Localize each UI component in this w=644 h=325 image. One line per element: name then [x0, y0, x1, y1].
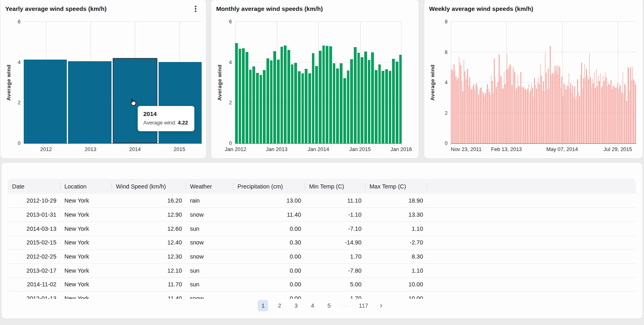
bar[interactable] — [536, 89, 537, 143]
table-row[interactable]: 2012-01-13New York11.40snow0.001.7010.00 — [8, 292, 636, 299]
bar[interactable] — [559, 66, 559, 143]
bar[interactable] — [371, 52, 374, 143]
bar[interactable] — [457, 80, 457, 143]
bar[interactable] — [599, 81, 599, 143]
bar[interactable] — [242, 48, 245, 143]
bar[interactable] — [621, 93, 622, 143]
bar[interactable] — [399, 55, 402, 143]
bar[interactable] — [506, 70, 506, 143]
bar[interactable] — [522, 86, 522, 143]
bar[interactable] — [598, 76, 599, 143]
bar[interactable] — [568, 86, 568, 143]
bar[interactable] — [587, 76, 588, 143]
bar[interactable] — [634, 81, 635, 143]
bar[interactable] — [357, 53, 360, 143]
bar[interactable] — [619, 86, 620, 143]
bar[interactable] — [572, 86, 573, 143]
bar[interactable] — [396, 62, 398, 143]
bar[interactable] — [518, 75, 518, 143]
bar[interactable] — [498, 82, 498, 143]
bar[interactable] — [385, 69, 388, 143]
bar[interactable] — [627, 66, 628, 143]
bar[interactable] — [298, 71, 301, 143]
bar[interactable] — [597, 86, 597, 143]
bar[interactable] — [552, 73, 552, 143]
table-row[interactable]: 2015-02-15New York12.40snow0.30-14.90-2.… — [8, 236, 636, 250]
bar[interactable] — [616, 87, 616, 143]
bar[interactable] — [554, 74, 554, 143]
bar[interactable] — [589, 54, 590, 143]
bar[interactable] — [483, 93, 483, 143]
bar[interactable] — [615, 88, 615, 143]
bar[interactable] — [565, 85, 565, 143]
bar[interactable] — [583, 78, 584, 143]
bar[interactable] — [476, 83, 477, 143]
bar[interactable] — [610, 85, 610, 143]
bar[interactable] — [252, 66, 255, 143]
bar[interactable] — [582, 89, 583, 143]
bar[interactable] — [485, 93, 485, 143]
bar[interactable] — [270, 60, 273, 143]
bar[interactable] — [480, 88, 481, 143]
bar[interactable] — [564, 83, 564, 143]
bar[interactable] — [322, 46, 325, 143]
bar[interactable] — [462, 91, 463, 143]
bar[interactable] — [502, 88, 502, 143]
bar[interactable] — [336, 68, 339, 143]
bar[interactable] — [514, 69, 514, 143]
kebab-menu-icon[interactable] — [192, 5, 199, 13]
bar[interactable] — [527, 89, 528, 143]
page-button[interactable]: 117 — [357, 300, 369, 311]
bar[interactable] — [503, 89, 503, 143]
bar[interactable] — [490, 95, 491, 143]
bar[interactable] — [520, 72, 521, 143]
bar[interactable] — [452, 70, 452, 143]
bar[interactable] — [557, 66, 557, 143]
bar[interactable] — [577, 79, 578, 143]
bar[interactable] — [596, 69, 597, 143]
bar[interactable] — [617, 88, 617, 143]
bar[interactable] — [499, 54, 499, 143]
bar[interactable] — [530, 90, 530, 143]
bar[interactable] — [566, 89, 566, 143]
bar[interactable] — [378, 64, 381, 143]
bar[interactable] — [535, 85, 536, 143]
next-page-button[interactable]: › — [376, 300, 386, 311]
bar[interactable] — [563, 96, 563, 143]
bar[interactable] — [576, 95, 577, 143]
bar[interactable] — [509, 67, 509, 143]
bar[interactable] — [525, 89, 526, 143]
bar[interactable] — [581, 63, 582, 143]
bar[interactable] — [507, 54, 507, 143]
bar[interactable] — [553, 72, 553, 143]
bar[interactable] — [459, 57, 459, 143]
bar[interactable] — [606, 77, 606, 143]
bar[interactable] — [551, 75, 551, 143]
bar[interactable] — [633, 79, 634, 143]
bar[interactable] — [500, 75, 500, 143]
bar[interactable] — [579, 96, 580, 143]
bar[interactable] — [464, 71, 465, 143]
bar[interactable] — [305, 69, 308, 143]
bar[interactable] — [281, 47, 283, 143]
bar[interactable] — [543, 81, 543, 143]
bar[interactable] — [487, 84, 487, 143]
bar[interactable] — [475, 89, 475, 143]
bar[interactable] — [560, 67, 560, 143]
bar[interactable] — [584, 64, 585, 143]
bar[interactable] — [469, 77, 470, 143]
bar[interactable] — [601, 88, 601, 143]
bar[interactable] — [477, 87, 478, 143]
bar[interactable] — [481, 87, 482, 143]
bar[interactable] — [549, 89, 549, 143]
page-button[interactable]: 2 — [274, 300, 285, 311]
bar[interactable] — [315, 66, 318, 143]
bar[interactable] — [343, 78, 346, 143]
bar[interactable] — [556, 71, 556, 143]
bar[interactable] — [534, 78, 535, 143]
bar[interactable] — [528, 84, 529, 143]
bar[interactable] — [632, 80, 632, 143]
bar[interactable] — [567, 84, 567, 143]
bar[interactable] — [529, 93, 530, 143]
bar[interactable] — [488, 89, 489, 143]
